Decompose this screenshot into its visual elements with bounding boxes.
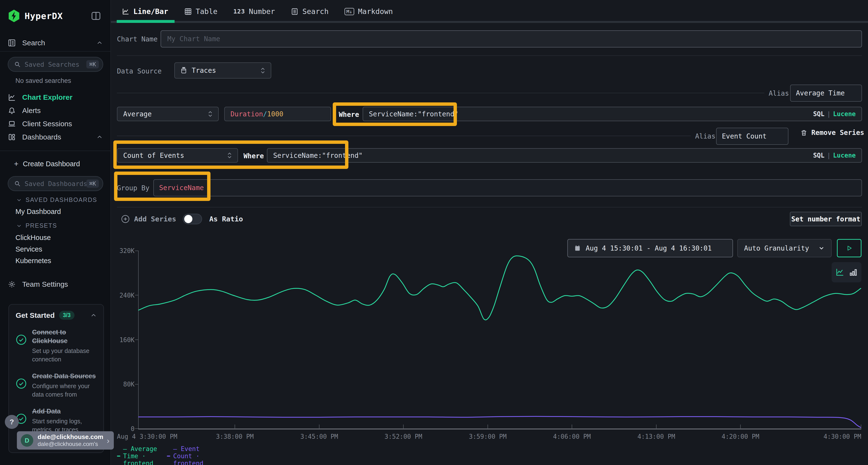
help-button[interactable]: ? [5, 415, 19, 429]
aggregation-value: Average [123, 110, 152, 118]
user-team: dale@clickhouse.com's [38, 440, 103, 447]
alias-value: Average Time [796, 89, 845, 97]
get-started-item[interactable]: Create Data Sources Configure where your… [16, 372, 97, 399]
number-token: 1000 [267, 110, 283, 118]
presets-section-header[interactable]: PRESETS [17, 222, 57, 229]
series1-alias-input[interactable]: Average Time [790, 85, 862, 102]
tab-label: Search [302, 7, 329, 16]
x-tick-label: 4:30:00 PM [824, 433, 861, 440]
tab-number[interactable]: 123 Number [234, 7, 275, 16]
saved-searches-box[interactable]: ⌘K [8, 57, 103, 72]
get-started-item[interactable]: Add Data Start sending logs, metrics, or… [16, 407, 97, 434]
shortcut-badge: ⌘K [86, 60, 99, 68]
operator-token: / [263, 110, 267, 118]
chevron-right-icon: › [107, 436, 110, 445]
lucene-toggle[interactable]: Lucene [833, 110, 856, 118]
chevron-up-icon[interactable] [90, 312, 97, 319]
y-tick-label: 0 [115, 425, 134, 432]
sidebar-item-clickhouse[interactable]: ClickHouse [16, 234, 51, 242]
chevron-up-icon[interactable] [96, 134, 103, 140]
separator: | [824, 110, 833, 118]
series1-aggregation-select[interactable]: Average [117, 107, 219, 121]
data-source-select[interactable]: Traces [174, 62, 271, 78]
sidebar-item-alerts[interactable]: Alerts [0, 104, 111, 117]
get-started-item[interactable]: Connect to ClickHouse Set up your databa… [16, 328, 97, 364]
bell-icon [8, 106, 16, 115]
tab-line-bar[interactable]: Line/Bar [122, 7, 168, 16]
plus-circle-icon [121, 215, 130, 223]
sidebar-item-client-sessions[interactable]: Client Sessions [0, 117, 111, 131]
brand-title: HyperDX [25, 11, 63, 21]
add-series-button[interactable]: Add Series [121, 212, 176, 226]
series2-where-label: Where [244, 152, 264, 160]
sidebar-item-label: Dashboards [22, 133, 61, 141]
series2-alias-input[interactable]: Event Count [716, 128, 788, 145]
hyperdx-app: HyperDX Search ⌘K No saved searches Char… [0, 0, 868, 465]
tab-table[interactable]: Table [184, 7, 217, 16]
chevron-up-icon[interactable] [96, 40, 103, 46]
series2-aggregation-select[interactable]: Count of Events [117, 148, 238, 163]
sidebar-item-dashboards[interactable]: Dashboards [0, 130, 111, 144]
series1-field-input[interactable]: Duration/1000 [224, 107, 331, 121]
user-menu[interactable]: D dale@clickhouse.com dale@clickhouse.co… [17, 431, 114, 450]
tab-label: Line/Bar [133, 7, 168, 16]
tabbar-baseline [111, 21, 868, 23]
sidebar-item-label: Team Settings [22, 280, 68, 289]
select-updown-icon [208, 110, 213, 118]
sidebar-item-services[interactable]: Services [16, 245, 42, 253]
tab-markdown[interactable]: M↓ Markdown [345, 7, 393, 16]
saved-dashboards-box[interactable]: ⌘K [8, 176, 103, 191]
series1-where-input[interactable]: ServiceName:"frontend" SQL|Lucene [363, 107, 862, 121]
sidebar-collapse-icon[interactable] [91, 10, 101, 21]
as-ratio-label: As Ratio [209, 212, 243, 226]
markdown-icon: M↓ [345, 8, 354, 15]
active-tab-underline [117, 20, 175, 23]
series-connector-line [117, 136, 691, 136]
language-switch: SQL|Lucene [813, 152, 856, 159]
sidebar-item-team-settings[interactable]: Team Settings [0, 277, 111, 291]
saved-searches-input[interactable] [25, 61, 86, 68]
search-icon [14, 180, 21, 187]
language-switch: SQL|Lucene [813, 110, 856, 118]
x-tick-label: 3:38:00 PM [216, 433, 254, 440]
legend-label: — Event Count · frontend [173, 445, 209, 465]
sidebar-item-search[interactable]: Search [0, 36, 111, 49]
sidebar-item-my-dashboard[interactable]: My Dashboard [16, 208, 61, 215]
sidebar-item-label: Chart Explorer [22, 93, 72, 101]
sql-toggle[interactable]: SQL [813, 110, 824, 118]
remove-series-button[interactable]: Remove Series [800, 129, 864, 137]
group-by-label: Group By [117, 184, 150, 192]
chart-canvas[interactable] [138, 251, 861, 429]
chart-type-tabbar: Line/Bar Table 123 Number Search M↓ Mark… [111, 0, 868, 23]
sidebar-divider [0, 51, 111, 52]
create-dashboard-button[interactable]: + Create Dashboard [14, 160, 80, 168]
series2-where-input[interactable]: ServiceName:"frontend" SQL|Lucene [267, 148, 862, 163]
legend-item-event-count[interactable]: — Event Count · frontend [167, 445, 209, 465]
get-started-header[interactable]: Get Started 3/3 [16, 311, 97, 320]
alias-label: Alias [769, 89, 789, 97]
y-tick-label: 320K [115, 247, 134, 255]
x-tick-label: 4:20:00 PM [722, 433, 760, 440]
sidebar-item-kubernetes[interactable]: Kubernetes [16, 257, 51, 265]
saved-dashboards-input[interactable] [25, 180, 86, 188]
as-ratio-toggle[interactable] [183, 214, 202, 224]
lucene-toggle[interactable]: Lucene [833, 152, 856, 159]
y-tick-label: 160K [115, 336, 134, 343]
group-by-input[interactable]: ServiceName [153, 179, 862, 196]
trash-icon [800, 129, 807, 137]
set-number-format-button[interactable]: Set number format [790, 212, 862, 226]
no-saved-searches-note: No saved searches [16, 77, 71, 85]
get-started-item-title: Add Data [32, 407, 97, 416]
sidebar-item-chart-explorer[interactable]: Chart Explorer [0, 91, 111, 104]
number-123-icon: 123 [234, 8, 245, 15]
tab-search[interactable]: Search [291, 7, 329, 16]
sql-toggle[interactable]: SQL [813, 152, 824, 159]
group-by-value: ServiceName [159, 184, 204, 192]
legend-item-average-time[interactable]: — Average Time · frontend [117, 445, 159, 465]
data-source-label: Data Source [117, 67, 161, 75]
chart-name-input[interactable] [161, 30, 862, 47]
saved-dashboards-section-header[interactable]: SAVED DASHBOARDS [17, 196, 97, 203]
legend-marker [117, 456, 120, 457]
get-started-item-title: Connect to ClickHouse [32, 328, 97, 345]
plus-icon: + [14, 160, 19, 168]
